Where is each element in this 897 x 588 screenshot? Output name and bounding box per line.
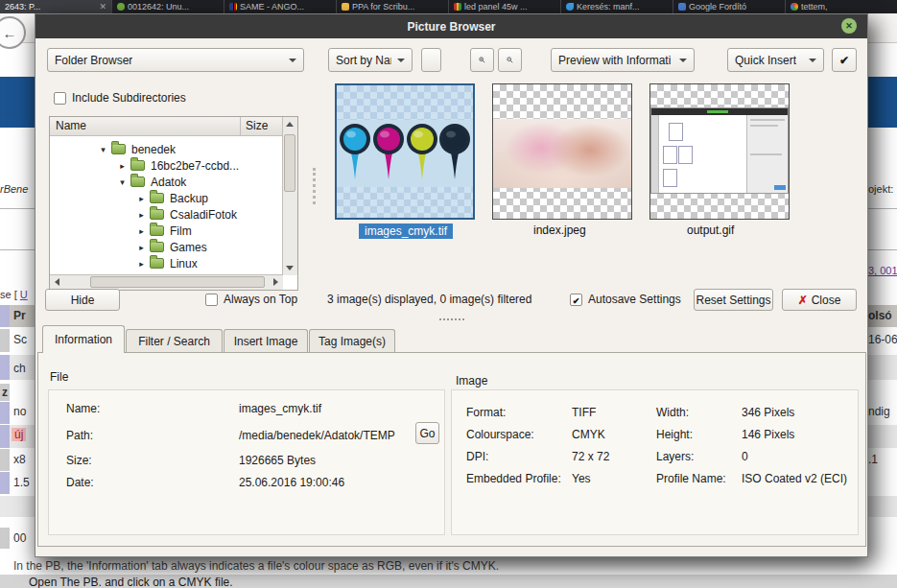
- scroll-left-icon[interactable]: [55, 278, 59, 286]
- resize-handle[interactable]: [439, 318, 464, 320]
- tab-close-icon[interactable]: ✕: [99, 2, 106, 12]
- tree-hscrollbar[interactable]: [50, 274, 283, 290]
- browser-tab-7[interactable]: tettem,: [786, 0, 897, 13]
- browser-tab-0[interactable]: 2643: P... ✕: [0, 0, 112, 13]
- browser-tab-3[interactable]: PPA for Scribu...: [337, 0, 449, 13]
- sort-extra-button[interactable]: [421, 48, 441, 72]
- mock-sidebar: [746, 115, 788, 193]
- browser-tab-label: PPA for Scribu...: [352, 2, 414, 12]
- tree-item-16bc2be7[interactable]: 16bc2be7-ccbd...: [50, 157, 239, 174]
- folder-icon: [111, 144, 126, 154]
- thumbnail-label: output.gif: [687, 223, 734, 237]
- expander-icon[interactable]: [136, 194, 147, 203]
- browser-tab-2[interactable]: SAME - ANGO...: [224, 0, 337, 13]
- browser-tab-label: Google Fordító: [689, 2, 746, 12]
- folder-tree: Name Size benedek 16bc2be7-ccbd... Adato…: [49, 116, 298, 291]
- cmyk-paint-drops-art: [337, 120, 473, 187]
- bg-text-se-plain: se [: [0, 289, 20, 300]
- embedded-profile-label: Embedded Profile:: [466, 472, 561, 485]
- sort-select[interactable]: Sort by Nar: [328, 48, 413, 72]
- include-subdirs-checkbox[interactable]: [54, 92, 66, 105]
- translate-icon: [678, 3, 686, 11]
- tree-item-backup[interactable]: Backup: [50, 190, 208, 206]
- tab-insert-image[interactable]: Insert Image: [224, 329, 308, 353]
- bg-row-no: no: [13, 405, 26, 418]
- dialog-titlebar[interactable]: Picture Browser ✕: [35, 14, 867, 38]
- quick-insert-value: Quick Insert: [735, 54, 796, 67]
- vscroll-thumb[interactable]: [284, 134, 295, 192]
- google-icon: [791, 3, 798, 11]
- colourspace-label: Colourspace:: [466, 428, 534, 441]
- tree-header-name[interactable]: Name: [50, 117, 241, 135]
- format-value: TIFF: [572, 406, 596, 419]
- hide-button[interactable]: Hide: [45, 289, 120, 311]
- tree-vscrollbar[interactable]: [282, 117, 297, 275]
- bg-row-sc: Sc: [13, 333, 27, 346]
- bg-cell: [0, 402, 10, 424]
- tree-item-label: 16bc2be7-ccbd...: [151, 159, 239, 173]
- bg-links[interactable]: 3, 001: [868, 265, 897, 276]
- tree-item-adatok[interactable]: Adatok: [50, 174, 186, 190]
- browser-tab-1[interactable]: 0012642: Unu...: [112, 0, 224, 13]
- expander-icon[interactable]: [136, 259, 147, 269]
- bird-icon: [566, 3, 574, 11]
- reset-settings-button[interactable]: Reset Settings: [694, 289, 773, 311]
- expander-icon[interactable]: [136, 243, 147, 252]
- browser-tab-4[interactable]: led panel 45w ...: [449, 0, 561, 13]
- tree-item-benedek[interactable]: benedek: [50, 141, 176, 157]
- view-mode-select[interactable]: Folder Browser: [47, 48, 304, 72]
- browser-tab-label: Keresés: manf...: [577, 2, 640, 12]
- expander-icon[interactable]: [98, 145, 108, 154]
- tab-label: Filter / Search: [138, 335, 210, 348]
- scroll-right-icon[interactable]: [273, 278, 278, 286]
- browser-back-button[interactable]: ←: [0, 16, 26, 49]
- tree-item-film[interactable]: Film: [50, 223, 192, 239]
- zoom-in-button[interactable]: [470, 48, 494, 72]
- browser-tab-5[interactable]: Keresés: manf...: [561, 0, 673, 13]
- scroll-down-icon[interactable]: [286, 266, 294, 270]
- hscroll-thumb[interactable]: [90, 276, 265, 288]
- bg-row-p1: .1: [868, 453, 878, 466]
- dpi-value: 72 x 72: [572, 450, 609, 463]
- tab-label: Tag Image(s): [319, 335, 386, 348]
- thumbnail-images-cmyk[interactable]: [335, 83, 475, 220]
- mock-frame: [678, 146, 693, 164]
- thumbnail-index-jpeg[interactable]: [492, 83, 632, 220]
- expander-icon[interactable]: [117, 177, 128, 187]
- autosave-checkbox[interactable]: ✔: [570, 294, 582, 306]
- scroll-up-icon[interactable]: [286, 122, 294, 127]
- go-button[interactable]: Go: [415, 422, 439, 444]
- expander-icon[interactable]: [117, 161, 128, 171]
- autosave-label: Autosave Settings: [588, 293, 681, 306]
- dpi-label: DPI:: [466, 450, 488, 463]
- preview-mode-select[interactable]: Preview with Informati: [551, 48, 695, 72]
- expander-icon[interactable]: [136, 210, 147, 220]
- information-panel: File Name: images_cmyk.tif Path: /media/…: [37, 352, 866, 547]
- thumbnail-output-gif[interactable]: [649, 83, 790, 220]
- zoom-out-button[interactable]: [498, 48, 522, 72]
- tree-item-label: CsaladiFotok: [170, 208, 237, 222]
- chevron-down-icon: [679, 59, 687, 62]
- checkmark-icon: ✔: [573, 296, 580, 306]
- led-panel-icon: [454, 3, 461, 11]
- file-path-value: /media/benedek/Adatok/TEMP: [239, 429, 395, 442]
- pane-splitter-handle[interactable]: [313, 168, 316, 204]
- picture-browser-dialog: Picture Browser ✕ Folder Browser Sort by…: [35, 13, 868, 557]
- close-button[interactable]: ✗ Close: [782, 289, 857, 311]
- dialog-close-icon[interactable]: ✕: [841, 18, 857, 34]
- tree-item-linux[interactable]: Linux: [50, 255, 198, 271]
- tab-information[interactable]: Information: [42, 325, 125, 353]
- expander-icon[interactable]: [136, 226, 147, 236]
- tab-tag-images[interactable]: Tag Image(s): [309, 329, 395, 353]
- always-on-top-checkbox[interactable]: [205, 294, 218, 306]
- confirm-button[interactable]: ✔: [832, 48, 857, 72]
- profile-name-label: Profile Name:: [656, 472, 726, 485]
- bg-text-se-link[interactable]: U: [20, 289, 28, 300]
- tab-filter-search[interactable]: Filter / Search: [126, 329, 223, 353]
- tree-item-csaladifotok[interactable]: CsaladiFotok: [50, 206, 237, 223]
- quick-insert-select[interactable]: Quick Insert: [727, 48, 824, 72]
- browser-tab-label: tettem,: [801, 2, 828, 12]
- tree-item-games[interactable]: Games: [50, 239, 207, 255]
- browser-tab-6[interactable]: Google Fordító: [673, 0, 786, 13]
- bg-header-left: Pr: [13, 309, 26, 322]
